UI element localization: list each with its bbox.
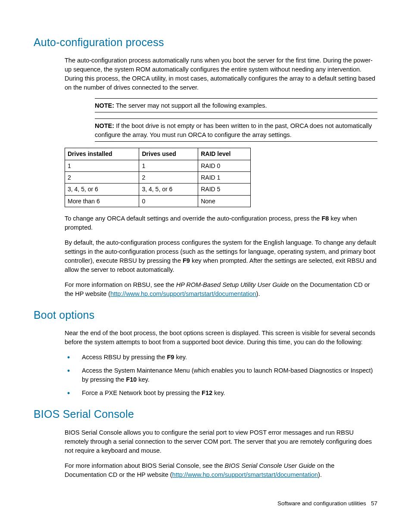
heading-autoconfig: Auto-configuration process: [34, 34, 377, 50]
text: BIOS Serial Console allows you to config…: [65, 428, 377, 455]
list-item: Access the System Maintenance Menu (whic…: [65, 366, 377, 384]
text: By default, the auto-configuration proce…: [65, 238, 377, 274]
key-label: F9: [183, 257, 190, 264]
table-row: More than 6 0 None: [65, 195, 251, 207]
cell: RAID 0: [198, 160, 251, 171]
list-item: Access RBSU by pressing the F9 key.: [65, 353, 377, 362]
paragraph: By default, the auto-configuration proce…: [65, 238, 377, 274]
page-footer: Software and configuration utilities 57: [277, 499, 377, 508]
col-header: Drives used: [139, 148, 198, 160]
text: Near the end of the boot process, the bo…: [65, 329, 377, 347]
text: For more information about BIOS Serial C…: [65, 462, 225, 469]
external-link[interactable]: http://www.hp.com/support/smartstart/doc…: [172, 471, 318, 478]
note-text: NOTE: If the boot drive is not empty or …: [95, 121, 377, 140]
table-header-row: Drives installed Drives used RAID level: [65, 148, 251, 160]
col-header: Drives installed: [65, 148, 139, 160]
cell: 2: [65, 171, 139, 183]
cell: 3, 4, 5, or 6: [65, 184, 139, 195]
footer-text: Software and configuration utilities: [277, 500, 366, 507]
section-bios: BIOS Serial Console BIOS Serial Console …: [34, 406, 377, 479]
text: The auto-configuration process automatic…: [65, 56, 377, 92]
rule: [95, 98, 377, 99]
text: The server may not support all the follo…: [114, 102, 267, 109]
rule: [95, 141, 377, 142]
note-label: NOTE:: [95, 122, 114, 129]
note-block: NOTE: The server may not support all the…: [65, 98, 377, 112]
key-label: F9: [167, 354, 174, 361]
heading-boot: Boot options: [34, 307, 377, 323]
table-row: 1 1 RAID 0: [65, 160, 251, 171]
external-link[interactable]: http://www.hp.com/support/smartstart/doc…: [110, 290, 256, 297]
text: key.: [137, 376, 149, 383]
cell: None: [198, 195, 251, 207]
text: To change any ORCA default settings and …: [65, 214, 377, 232]
note-block: NOTE: If the boot drive is not empty or …: [65, 118, 377, 142]
page-number: 57: [371, 500, 377, 507]
text: Access RBSU by pressing the: [82, 354, 167, 361]
paragraph: BIOS Serial Console allows you to config…: [65, 428, 377, 455]
text: Force a PXE Network boot by pressing the: [82, 389, 202, 396]
text: ).: [256, 290, 260, 297]
paragraph: For more information on RBSU, see the HP…: [65, 280, 377, 299]
rule: [95, 112, 377, 112]
text: key.: [212, 389, 225, 396]
list-item: Force a PXE Network boot by pressing the…: [65, 389, 377, 398]
text: To change any ORCA default settings and …: [65, 215, 321, 222]
text: key.: [174, 354, 187, 361]
doc-title: BIOS Serial Console User Guide: [225, 462, 315, 469]
cell: 0: [139, 195, 198, 207]
note-text: NOTE: The server may not support all the…: [95, 100, 377, 111]
key-label: F8: [321, 215, 329, 222]
text: For more information about BIOS Serial C…: [65, 461, 377, 479]
table-row: 3, 4, 5, or 6 3, 4, 5, or 6 RAID 5: [65, 184, 251, 195]
paragraph: Near the end of the boot process, the bo…: [65, 329, 377, 347]
cell: RAID 5: [198, 184, 251, 195]
text: For more information on RBSU, see the HP…: [65, 280, 377, 299]
section-autoconfig: Auto-configuration process The auto-conf…: [34, 34, 377, 299]
rule: [95, 118, 377, 119]
text: If the boot drive is not empty or has be…: [95, 122, 372, 138]
paragraph: The auto-configuration process automatic…: [65, 56, 377, 92]
doc-title: HP ROM-Based Setup Utility User Guide: [176, 281, 289, 288]
heading-bios: BIOS Serial Console: [34, 406, 377, 422]
key-label: F12: [202, 389, 212, 396]
cell: 1: [139, 160, 198, 171]
boot-list: Access RBSU by pressing the F9 key. Acce…: [65, 353, 377, 398]
text: For more information on RBSU, see the: [65, 281, 176, 288]
cell: 3, 4, 5, or 6: [139, 184, 198, 195]
note-label: NOTE:: [95, 102, 114, 109]
table-row: 2 2 RAID 1: [65, 171, 251, 183]
raid-table: Drives installed Drives used RAID level …: [65, 148, 251, 207]
cell: 1: [65, 160, 139, 171]
text: ).: [318, 471, 322, 478]
paragraph: For more information about BIOS Serial C…: [65, 461, 377, 479]
paragraph: To change any ORCA default settings and …: [65, 214, 377, 232]
key-label: F10: [126, 376, 137, 383]
cell: 2: [139, 171, 198, 183]
col-header: RAID level: [198, 148, 251, 160]
section-boot: Boot options Near the end of the boot pr…: [34, 307, 377, 398]
cell: More than 6: [65, 195, 139, 207]
cell: RAID 1: [198, 171, 251, 183]
